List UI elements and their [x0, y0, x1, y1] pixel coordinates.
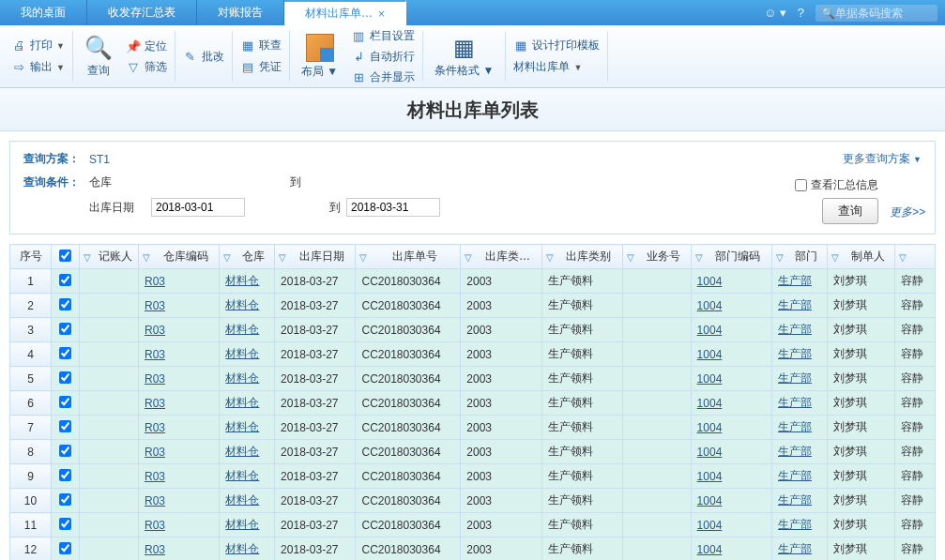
funnel-icon[interactable]: ▽ [279, 251, 286, 262]
row-check[interactable] [52, 342, 80, 367]
row-checkbox[interactable] [59, 445, 71, 457]
wh-code-link[interactable]: R03 [145, 421, 165, 434]
view-summary-checkbox[interactable]: 查看汇总信息 [795, 177, 878, 193]
cell-wh[interactable]: 材料仓 [220, 391, 275, 416]
wh-code-link[interactable]: R03 [145, 519, 165, 532]
row-checkbox[interactable] [59, 493, 71, 506]
cell-wh[interactable]: 材料仓 [220, 464, 275, 489]
tab-reconcile[interactable]: 对账报告 [197, 0, 284, 25]
col-out-no[interactable]: ▽出库单号 [356, 245, 461, 269]
funnel-icon[interactable]: ▽ [627, 251, 634, 262]
scheme-value[interactable]: ST1 [89, 153, 110, 166]
print-button[interactable]: 🖨打印▼ [11, 38, 65, 53]
table-row[interactable]: 4R03材料仓2018-03-27CC20180303642003生产领料100… [10, 342, 936, 367]
cell-dept[interactable]: 生产部 [771, 489, 827, 513]
cell-dept-code[interactable]: 1004 [691, 513, 771, 537]
dept-code-link[interactable]: 1004 [697, 275, 723, 288]
date-to-input[interactable] [346, 198, 440, 217]
wh-link[interactable]: 材料仓 [225, 274, 259, 287]
search-big-button[interactable]: 🔍 查询 [81, 35, 116, 79]
cell-dept[interactable]: 生产部 [771, 537, 827, 561]
col-out-type[interactable]: ▽出库类别 [541, 245, 622, 269]
wh-code-link[interactable]: R03 [145, 446, 165, 459]
cell-wh[interactable]: 材料仓 [220, 342, 275, 367]
row-checkbox[interactable] [59, 347, 71, 359]
funnel-icon[interactable]: ▽ [695, 251, 703, 262]
cell-dept[interactable]: 生产部 [771, 416, 827, 440]
row-checkbox[interactable] [59, 420, 71, 432]
cell-wh-code[interactable]: R03 [139, 440, 220, 464]
wh-code-link[interactable]: R03 [145, 372, 165, 386]
table-row[interactable]: 6R03材料仓2018-03-27CC20180303642003生产领料100… [10, 391, 936, 416]
cell-wh-code[interactable]: R03 [139, 294, 220, 318]
dept-code-link[interactable]: 1004 [697, 324, 723, 337]
cell-wh-code[interactable]: R03 [139, 318, 220, 342]
cell-dept-code[interactable]: 1004 [691, 416, 771, 440]
dept-code-link[interactable]: 1004 [697, 446, 723, 459]
wh-link[interactable]: 材料仓 [225, 445, 259, 458]
col-last[interactable]: ▽ [895, 245, 936, 269]
wh-link[interactable]: 材料仓 [225, 542, 259, 555]
col-wh-code[interactable]: ▽仓库编码 [139, 245, 220, 269]
wh-link[interactable]: 材料仓 [225, 469, 259, 482]
cell-dept[interactable]: 生产部 [771, 342, 827, 367]
row-check[interactable] [52, 440, 80, 464]
wh-link[interactable]: 材料仓 [225, 420, 259, 433]
tab-material-out[interactable]: 材料出库单… × [284, 0, 406, 25]
cell-dept[interactable]: 生产部 [771, 269, 827, 294]
design-template-button[interactable]: ▦设计打印模板 [513, 38, 600, 53]
wh-link[interactable]: 材料仓 [225, 347, 259, 360]
row-check[interactable] [52, 318, 80, 342]
col-dept-code[interactable]: ▽部门编码 [691, 245, 771, 269]
table-row[interactable]: 12R03材料仓2018-03-27CC20180303642003生产领料10… [10, 537, 936, 561]
cell-wh[interactable]: 材料仓 [220, 318, 275, 342]
locate-button[interactable]: 📌定位 [126, 38, 167, 54]
cell-dept-code[interactable]: 1004 [691, 440, 771, 464]
cell-wh-code[interactable]: R03 [139, 391, 220, 416]
cell-wh-code[interactable]: R03 [139, 269, 220, 294]
filter-button[interactable]: ▽筛选 [126, 59, 167, 75]
tab-desktop[interactable]: 我的桌面 [0, 0, 87, 25]
cell-dept[interactable]: 生产部 [771, 367, 827, 391]
cell-wh-code[interactable]: R03 [139, 464, 220, 489]
row-check[interactable] [52, 269, 80, 294]
cell-dept-code[interactable]: 1004 [691, 367, 771, 391]
cell-dept-code[interactable]: 1004 [691, 537, 771, 561]
dept-link[interactable]: 生产部 [778, 298, 812, 311]
dept-code-link[interactable]: 1004 [697, 543, 723, 556]
cell-wh-code[interactable]: R03 [139, 367, 220, 391]
table-row[interactable]: 2R03材料仓2018-03-27CC20180303642003生产领料100… [10, 294, 936, 318]
cell-wh[interactable]: 材料仓 [220, 367, 275, 391]
output-button[interactable]: ⇨输出▼ [11, 59, 65, 75]
barcode-search[interactable]: 🔍 [815, 5, 937, 22]
table-row[interactable]: 5R03材料仓2018-03-27CC20180303642003生产领料100… [10, 367, 936, 391]
col-checkall[interactable] [52, 245, 80, 269]
row-checkbox[interactable] [59, 323, 71, 335]
wh-link[interactable]: 材料仓 [225, 396, 259, 409]
row-check[interactable] [52, 464, 80, 489]
dept-code-link[interactable]: 1004 [697, 397, 723, 410]
wh-code-link[interactable]: R03 [145, 348, 165, 361]
col-dept[interactable]: ▽部门 [771, 245, 827, 269]
dept-code-link[interactable]: 1004 [697, 519, 723, 532]
funnel-icon[interactable]: ▽ [143, 251, 150, 262]
row-check[interactable] [52, 537, 80, 561]
close-icon[interactable]: × [378, 8, 385, 21]
cell-wh[interactable]: 材料仓 [220, 269, 275, 294]
row-checkbox[interactable] [59, 371, 71, 384]
dept-link[interactable]: 生产部 [778, 542, 812, 555]
dept-code-link[interactable]: 1004 [697, 470, 723, 483]
cell-dept[interactable]: 生产部 [771, 440, 827, 464]
dept-code-link[interactable]: 1004 [697, 299, 723, 312]
query-button[interactable]: 查询 [822, 198, 878, 224]
cell-wh-code[interactable]: R03 [139, 416, 220, 440]
table-row[interactable]: 11R03材料仓2018-03-27CC20180303642003生产领料10… [10, 513, 936, 537]
cell-wh-code[interactable]: R03 [139, 342, 220, 367]
batch-button[interactable]: ✎批改 [183, 49, 224, 65]
row-checkbox[interactable] [59, 396, 71, 408]
row-checkbox[interactable] [59, 469, 71, 481]
col-seq[interactable]: 序号 [10, 245, 52, 269]
cond-fmt-button[interactable]: ▦ 条件格式 ▼ [431, 35, 497, 79]
dept-link[interactable]: 生产部 [778, 518, 812, 531]
funnel-icon[interactable]: ▽ [899, 251, 907, 262]
